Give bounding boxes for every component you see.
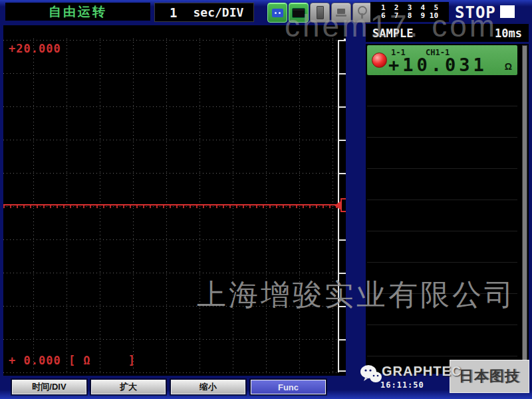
time-div-button[interactable]: 时间/DIV [12,380,86,394]
channel-unit: Ω [505,61,512,72]
empty-channel-row [367,200,517,231]
wechat-icon [360,364,382,388]
axis-top-label: 1 [344,27,346,40]
memory-card-icon[interactable] [267,3,287,23]
empty-channel-row [367,325,517,356]
zoom-out-button-label: 缩小 [200,381,217,393]
channel-row-ch1-1[interactable]: 1-1 CH1-1 +10.031 Ω [367,45,517,75]
display-icon[interactable] [289,3,309,23]
channel-list: 1-1 CH1-1 +10.031 Ω [366,44,529,374]
mode-label: 自由运转 [49,3,107,21]
empty-channel-row [367,169,517,200]
waveform-plot: +20.000 + 0.000 [ Ω ] 1 1 [3,25,346,376]
empty-channel-row [367,75,517,106]
lower-scale-value: + 0.000 [ Ω ] [9,354,136,367]
signal-trace-ticks [3,205,338,208]
graphtec-brand-watermark: GRAPHTEC [382,364,462,379]
empty-channel-row [367,138,517,169]
func-button-label: Func [278,382,299,392]
sample-header: SAMPLE 10ms [366,24,529,42]
timebase-value: 1 [170,5,177,20]
status-icon-row [267,3,372,23]
clock-time: 16:11:50 [380,380,424,390]
trace-marker[interactable]: 1 [340,198,346,212]
channel-indicator-row-2: 6 7 8 9 10 [381,12,438,20]
channel-indicator: 1 2 3 4 5 6 7 8 9 10 [370,2,449,22]
zoom-in-button-label: 扩大 [120,381,137,393]
channel-value: +10.031 [388,55,487,75]
status-label: STOP [455,3,496,22]
record-led-icon [372,53,387,68]
sample-interval: 10ms [495,27,522,40]
key-icon[interactable] [352,3,372,23]
zoom-in-button[interactable]: 扩大 [91,380,166,394]
channel-list-scrollbar[interactable] [522,45,527,372]
time-div-button-label: 时间/DIV [32,381,66,393]
mode-status-box: 自由运转 [5,3,150,21]
empty-channel-row [367,263,517,294]
empty-channel-row [367,231,517,263]
timebase-unit: sec/DIV [193,5,243,19]
empty-channel-row [367,106,517,138]
sample-label: SAMPLE [372,27,413,40]
zoom-out-button[interactable]: 缩小 [171,380,245,394]
right-axis-bracket [338,40,346,41]
empty-channel-rows [367,75,517,356]
pc-icon[interactable] [331,3,351,23]
stop-indicator-icon [500,5,515,18]
usb-device-icon[interactable] [310,3,330,23]
func-button[interactable]: Func [251,380,326,394]
timebase-box[interactable]: 1 sec/DIV [154,3,254,22]
instrument-screen: 自由运转 1 sec/DIV 1 2 3 4 5 6 7 8 9 10 STOP… [0,0,532,399]
upper-scale-value: +20.000 [9,42,61,55]
empty-channel-row [367,294,517,325]
